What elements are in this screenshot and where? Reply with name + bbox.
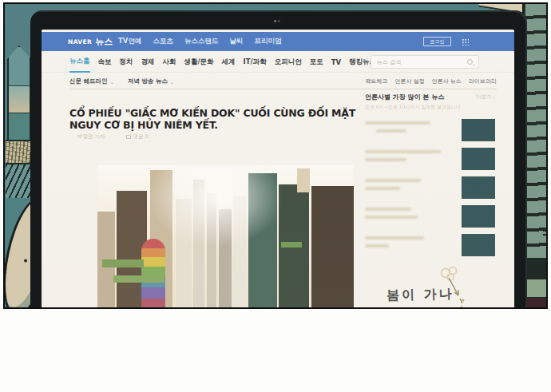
login-button[interactable]: 로그인 bbox=[423, 37, 451, 46]
bush-drawing bbox=[6, 140, 32, 164]
shelf-slats bbox=[525, 4, 548, 258]
more-link[interactable]: 더보기 bbox=[476, 93, 495, 101]
search-icon[interactable] bbox=[467, 59, 473, 65]
article-headline: CỔ PHIẾU "GIẤC MƠ KIẾN DOK" CUỐI CÙNG ĐỐ… bbox=[69, 108, 371, 132]
sidebar-title: 언론사별 가장 많이 본 뉴스 bbox=[365, 93, 444, 101]
park-strip bbox=[102, 259, 144, 267]
news-category-bar: 뉴스홈 속보 정치 경제 사회 생활/문화 세계 IT/과학 오피니언 포토 T… bbox=[42, 51, 514, 73]
dropdown-newspaper-headline[interactable]: 신문 헤드라인 bbox=[69, 77, 114, 85]
blinds-drawing bbox=[6, 164, 31, 198]
news-search-box[interactable] bbox=[371, 55, 479, 69]
news-tabs: 뉴스홈 속보 정치 경제 사회 생활/문화 세계 IT/과학 오피니언 포토 T… bbox=[69, 51, 376, 73]
mountain-drawing bbox=[9, 85, 30, 113]
article-byline: 박정권 기자 댓글 0 bbox=[77, 133, 149, 141]
sea-drawing bbox=[9, 113, 30, 140]
shelf-label-mark bbox=[543, 234, 548, 236]
link-factcheck[interactable]: 팩트체크 bbox=[366, 77, 388, 85]
sidebar-news-item[interactable] bbox=[365, 119, 495, 141]
shelf-green-block bbox=[525, 279, 548, 298]
rainbow-tower bbox=[141, 239, 165, 309]
sidebar-news-item[interactable] bbox=[365, 234, 495, 256]
window-drawing bbox=[7, 46, 31, 141]
tab-world[interactable]: 세계 bbox=[222, 53, 236, 72]
link-press-settings[interactable]: 언론사 설정 bbox=[395, 77, 425, 85]
shelf-dark-block bbox=[524, 258, 548, 279]
blurred-headline-lines bbox=[365, 119, 454, 137]
news-thumbnail[interactable] bbox=[462, 205, 495, 228]
blurred-headline-lines bbox=[365, 148, 454, 166]
menu-newsstand[interactable]: 뉴스스탠드 bbox=[184, 37, 219, 46]
topbar-menu: TV연예 스포츠 뉴스스탠드 날씨 프리미엄 bbox=[118, 32, 281, 51]
park-strip bbox=[113, 275, 165, 283]
blurred-headline-lines bbox=[365, 176, 454, 195]
news-thumbnail[interactable] bbox=[462, 176, 495, 199]
shelf-label-mark bbox=[543, 230, 548, 232]
sidebar-news-item[interactable] bbox=[365, 205, 495, 228]
news-thumbnail[interactable] bbox=[462, 119, 495, 141]
menu-tv-entertainment[interactable]: TV연예 bbox=[118, 37, 141, 46]
menu-sports[interactable]: 스포츠 bbox=[153, 37, 173, 46]
sidebar-news-item[interactable] bbox=[365, 176, 495, 199]
flower-sketch bbox=[430, 265, 471, 309]
chevron-down-icon bbox=[110, 79, 114, 85]
article-city-image bbox=[97, 165, 354, 309]
comment-label: 댓글 0 bbox=[133, 133, 149, 140]
sidebar-news-item[interactable] bbox=[365, 148, 495, 170]
divider bbox=[69, 89, 497, 89]
tab-photo[interactable]: 포토 bbox=[310, 53, 323, 72]
more-label: 더보기 bbox=[476, 93, 492, 101]
sky-glow bbox=[97, 165, 354, 309]
webcam-icon bbox=[274, 20, 276, 22]
naver-logo-text: NAVER bbox=[68, 38, 92, 46]
tab-opinion[interactable]: 오피니언 bbox=[275, 53, 302, 72]
tab-it-science[interactable]: IT/과학 bbox=[244, 53, 267, 72]
link-library[interactable]: 라이브러리 bbox=[469, 77, 497, 85]
comment-count[interactable]: 댓글 0 bbox=[126, 133, 149, 141]
dropdown-label: 신문 헤드라인 bbox=[69, 77, 108, 85]
reporter-name: 박정권 기자 bbox=[77, 133, 105, 141]
chevron-down-icon bbox=[170, 79, 174, 85]
blurred-headline-lines bbox=[365, 234, 454, 252]
naver-topbar: NAVER 뉴스 TV연예 스포츠 뉴스스탠드 날씨 프리미엄 로그인 bbox=[42, 32, 514, 51]
tab-economy[interactable]: 경제 bbox=[141, 53, 155, 72]
chevron-right-icon bbox=[493, 94, 495, 101]
sub-navigation: 신문 헤드라인 저녁 방송 뉴스 팩트체크 언론사 설정 언론사 뉴스 라이브러… bbox=[42, 73, 514, 89]
tab-politics[interactable]: 정치 bbox=[120, 53, 133, 72]
news-logo-text: 뉴스 bbox=[95, 36, 113, 48]
tab-tv[interactable]: TV bbox=[331, 53, 341, 71]
most-viewed-sidebar: 언론사별 가장 많이 본 뉴스 더보기 오전 0시~오전 10시까지 집계한 결… bbox=[365, 93, 495, 263]
comic-panel: NAVER 뉴스 TV연예 스포츠 뉴스스탠드 날씨 프리미엄 로그인 뉴스홈 … bbox=[3, 2, 548, 309]
news-thumbnail[interactable] bbox=[462, 148, 495, 170]
tab-life-culture[interactable]: 생활/문화 bbox=[184, 53, 214, 72]
apps-grid-icon[interactable] bbox=[462, 38, 469, 46]
rooftop-garden bbox=[281, 242, 302, 247]
menu-premium[interactable]: 프리미엄 bbox=[254, 37, 281, 46]
webcam-icon bbox=[278, 20, 280, 22]
dropdown-label: 저녁 방송 뉴스 bbox=[128, 77, 168, 85]
shelf-maroon-block bbox=[524, 298, 548, 309]
naver-news-logo[interactable]: NAVER 뉴스 bbox=[68, 32, 113, 51]
tab-society[interactable]: 사회 bbox=[163, 53, 176, 72]
link-press-news[interactable]: 언론사 뉴스 bbox=[432, 77, 462, 85]
webtoon-page: NAVER 뉴스 TV연예 스포츠 뉴스스탠드 날씨 프리미엄 로그인 뉴스홈 … bbox=[0, 0, 551, 392]
sidebar-subtitle: 오전 0시~오전 10시까지 집계한 결과입니다 bbox=[365, 104, 495, 111]
comment-icon bbox=[126, 135, 131, 139]
menu-weather[interactable]: 날씨 bbox=[229, 37, 243, 46]
news-thumbnail[interactable] bbox=[462, 234, 495, 256]
sidebar-news-list bbox=[365, 119, 495, 256]
search-input[interactable] bbox=[371, 59, 467, 65]
blurred-headline-lines bbox=[365, 205, 454, 224]
tab-breaking[interactable]: 속보 bbox=[98, 53, 112, 72]
dropdown-evening-broadcast[interactable]: 저녁 방송 뉴스 bbox=[128, 77, 174, 85]
tab-news-home[interactable]: 뉴스홈 bbox=[69, 52, 90, 73]
